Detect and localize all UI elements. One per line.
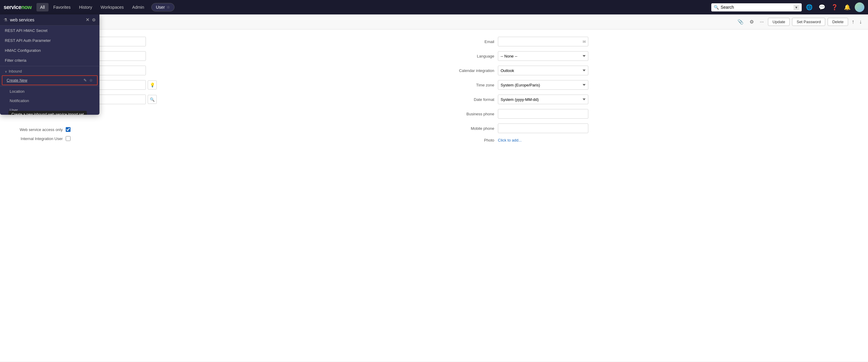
- nav-item-admin[interactable]: Admin: [129, 3, 148, 11]
- menu-item-label: REST API HMAC Secret: [5, 28, 47, 33]
- nav-item-favorites[interactable]: Favorites: [50, 3, 74, 11]
- email-input-group: ✉: [498, 37, 588, 46]
- checkbox-label-internal: Internal Integration User: [14, 136, 63, 141]
- form-row-dateformat: Date format System (yyyy-MM-dd) MM/dd/yy…: [446, 95, 858, 104]
- filter-icon: ⚗: [4, 18, 7, 22]
- user-button[interactable]: User ☆: [151, 3, 175, 11]
- sub-item-label: Location: [10, 89, 24, 94]
- menu-settings-icon[interactable]: ⚙: [92, 18, 96, 22]
- attach-icon-button[interactable]: 📎: [736, 18, 745, 26]
- notifications-icon[interactable]: 🔔: [842, 3, 852, 12]
- photo-link[interactable]: Click to add...: [498, 138, 522, 142]
- checkboxes-section: Web service access only Internal Integra…: [10, 127, 422, 141]
- menu-item-label: HMAC Configuration: [5, 48, 41, 53]
- business-phone-field[interactable]: [498, 109, 588, 119]
- label-dateformat: Date format: [446, 97, 494, 102]
- menu-item-hmac-config[interactable]: HMAC Configuration: [0, 45, 99, 56]
- nav-item-workspaces[interactable]: Workspaces: [97, 3, 127, 11]
- top-navigation: servicenow All Favorites History Workspa…: [0, 0, 868, 14]
- logo[interactable]: servicenow: [4, 4, 32, 10]
- globe-icon[interactable]: 🌐: [804, 3, 814, 12]
- edit-icon[interactable]: ✎: [84, 78, 87, 83]
- mobile-phone-field[interactable]: [498, 124, 588, 133]
- more-options-button[interactable]: ···: [758, 18, 766, 26]
- customize-icon-button[interactable]: ⚙: [748, 18, 755, 26]
- checkbox-label-web-service: Web service access only: [14, 127, 63, 132]
- user-label: User: [156, 5, 165, 10]
- email-field[interactable]: [498, 37, 588, 46]
- label-photo: Photo: [446, 138, 494, 142]
- sub-item-label: Notification: [10, 98, 29, 103]
- logo-text: servicenow: [4, 4, 32, 10]
- form-row-business-phone: Business phone: [446, 109, 858, 119]
- clear-search-button[interactable]: ✕: [86, 18, 90, 22]
- form-row-photo: Photo Click to add...: [446, 138, 858, 142]
- label-email: Email: [446, 39, 494, 44]
- label-timezone: Time zone: [446, 83, 494, 87]
- timezone-select[interactable]: System (Europe/Paris) UTC: [498, 80, 588, 90]
- delete-button-top[interactable]: Delete: [828, 18, 848, 26]
- label-calendar: Calendar integration: [446, 68, 494, 73]
- form-row-language: Language -- None -- English French: [446, 51, 858, 61]
- menu-item-rest-hmac[interactable]: REST API HMAC Secret: [0, 26, 99, 36]
- form-row-mobile-phone: Mobile phone: [446, 124, 858, 133]
- nav-item-all[interactable]: All: [36, 3, 49, 11]
- scroll-down-button[interactable]: ↓: [858, 18, 863, 26]
- chat-icon[interactable]: 💬: [817, 3, 827, 12]
- calendar-select[interactable]: Outlook Google None: [498, 66, 588, 75]
- favorite-icon: ☆: [167, 5, 170, 9]
- email-icon: ✉: [583, 39, 586, 44]
- inbound-section-header: ∨ Inbound: [0, 67, 99, 75]
- sub-menu-item-location[interactable]: Location: [0, 87, 99, 96]
- set-password-button-top[interactable]: Set Password: [792, 18, 825, 26]
- checkbox-row-internal: Internal Integration User: [14, 136, 422, 141]
- nav-item-history[interactable]: History: [75, 3, 96, 11]
- dropdown-header: ⚗ ✕ ⚙: [0, 14, 99, 26]
- update-button-top[interactable]: Update: [768, 18, 789, 26]
- create-new-tooltip: Create a new inbound web service import …: [8, 111, 87, 115]
- menu-item-label: REST API Auth Parameter: [5, 38, 51, 43]
- dropdown-search-input[interactable]: [10, 18, 83, 22]
- menu-item-action-icons: ✎ ☆: [84, 78, 93, 83]
- language-select[interactable]: -- None -- English French: [498, 51, 588, 61]
- menu-item-create-new[interactable]: Create New ✎ ☆: [2, 75, 98, 85]
- global-search-bar[interactable]: 🔍 ▾: [711, 3, 802, 11]
- form-toolbar: ‹ 📎 ⚙ ··· Update Set Password Delete ↑ ↓: [0, 14, 868, 30]
- checkbox-internal[interactable]: [66, 136, 70, 141]
- search-input[interactable]: [721, 5, 792, 10]
- chevron-icon: ∨: [5, 70, 7, 73]
- menu-item-filter-criteria[interactable]: Filter criteria: [0, 56, 99, 65]
- search-magnifier-icon: 🔍: [714, 5, 719, 10]
- menu-divider-2: [0, 86, 99, 86]
- navigation-dropdown: ⚗ ✕ ⚙ REST API HMAC Secret REST API Auth…: [0, 14, 99, 115]
- main-form-content: 💡 🔍 Web service access only Internal Int…: [0, 30, 868, 361]
- form-row-timezone: Time zone System (Europe/Paris) UTC: [446, 80, 858, 90]
- form-row-email: Email ✉: [446, 37, 858, 46]
- form-row-calendar: Calendar integration Outlook Google None: [446, 66, 858, 75]
- label-business-phone: Business phone: [446, 112, 494, 116]
- scroll-up-button[interactable]: ↑: [850, 18, 856, 26]
- checkbox-row-web-service: Web service access only: [14, 127, 422, 132]
- label-language: Language: [446, 54, 494, 59]
- nav-items: All Favorites History Workspaces Admin: [36, 3, 148, 11]
- create-new-label: Create New: [7, 78, 27, 83]
- form-right-column: Email ✉ Language -- None -- English Fren…: [434, 37, 858, 354]
- field-search-button[interactable]: 🔍: [148, 95, 157, 104]
- menu-item-rest-auth[interactable]: REST API Auth Parameter: [0, 36, 99, 45]
- menu-item-label: Filter criteria: [5, 58, 27, 63]
- avatar[interactable]: [855, 2, 864, 12]
- dateformat-select[interactable]: System (yyyy-MM-dd) MM/dd/yyyy dd/MM/yyy…: [498, 95, 588, 104]
- search-dropdown-button[interactable]: ▾: [794, 4, 799, 10]
- section-label: Inbound: [9, 69, 22, 73]
- sub-menu-item-notification[interactable]: Notification: [0, 96, 99, 105]
- checkbox-web-service[interactable]: [66, 127, 70, 132]
- lightbulb-button[interactable]: 💡: [148, 80, 157, 90]
- help-icon[interactable]: ❓: [830, 3, 840, 12]
- menu-divider: [0, 66, 99, 66]
- label-mobile-phone: Mobile phone: [446, 126, 494, 131]
- star-icon[interactable]: ☆: [89, 78, 93, 83]
